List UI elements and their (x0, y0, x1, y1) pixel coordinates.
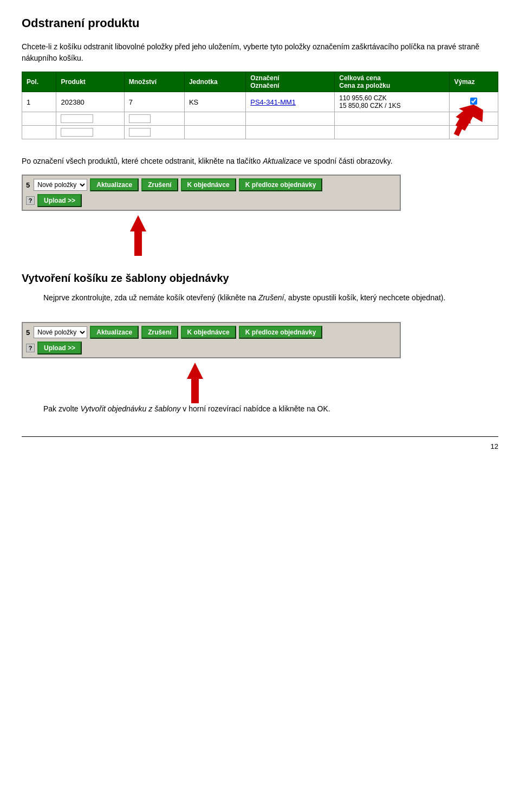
page-title: Odstranení produktu (22, 16, 498, 30)
section-paragraph-1: Nejprve zkontrolujte, zda už nemáte koší… (43, 292, 498, 304)
arrow2-icon (116, 215, 160, 256)
toolbar-row-2: ? Upload >> (26, 194, 396, 207)
col-jednotka: Jednotka (184, 72, 245, 92)
toolbar-number: 5 (26, 181, 30, 189)
aktualizace2-button[interactable]: Aktualizace (90, 326, 139, 339)
arrow-icon (439, 101, 487, 139)
k-objednavce2-button[interactable]: K objednávce (181, 326, 236, 339)
middle-paragraph: Po označení všech produktů, které chcete… (22, 156, 498, 167)
col-produkt: Produkt (56, 72, 124, 92)
page-number: 12 (491, 442, 498, 450)
intro-paragraph: Chcete-li z košíku odstranit libovolné p… (22, 41, 498, 64)
toolbar2-select[interactable]: Nové položky (34, 326, 87, 338)
section-title: Vytvoření košíku ze šablony objednávky (22, 272, 498, 285)
toolbar-1: 5 Nové položky Aktualizace Zrušení K obj… (22, 175, 401, 211)
cell-pol: 1 (22, 92, 56, 112)
arrow3-icon (173, 363, 217, 403)
cell-cena: 110 955,60 CZK15 850,80 CZK / 1KS (335, 92, 450, 112)
upload2-button[interactable]: Upload >> (37, 341, 82, 355)
toolbar2-row-2: ? Upload >> (26, 341, 396, 355)
cell-oznaceni[interactable]: PS4-341-MM1 (246, 92, 335, 112)
k-predloze2-button[interactable]: K předloze objednávky (239, 326, 323, 339)
zruseni-button[interactable]: Zrušení (141, 178, 178, 191)
k-objednavce-button[interactable]: K objednávce (181, 178, 236, 191)
toolbar-2: 5 Nové položky Aktualizace Zrušení K obj… (22, 322, 401, 358)
cell-mnozstvi: 7 (124, 92, 184, 112)
col-vymaz: Výmaz (450, 72, 498, 92)
toolbar-row-1: 5 Nové položky Aktualizace Zrušení K obj… (26, 178, 396, 191)
col-oznaceni: OznačeníOznačení (246, 72, 335, 92)
aktualizace-button[interactable]: Aktualizace (90, 178, 139, 191)
toolbar2-number: 5 (26, 328, 30, 337)
last-paragraph: Pak zvolte Vytvořit objednávku z šablony… (43, 403, 498, 415)
page-footer: 12 (22, 436, 498, 450)
toolbar2-row-1: 5 Nové položky Aktualizace Zrušení K obj… (26, 326, 396, 339)
cell-produkt: 202380 (56, 92, 124, 112)
zruseni2-button[interactable]: Zrušení (141, 326, 178, 339)
upload-button[interactable]: Upload >> (37, 194, 82, 207)
toolbar-select[interactable]: Nové položky (34, 179, 87, 191)
k-predloze-button[interactable]: K předloze objednávky (239, 178, 323, 191)
cell-jednotka: KS (184, 92, 245, 112)
help2-icon[interactable]: ? (26, 344, 35, 352)
col-mnozstvi: Množství (124, 72, 184, 92)
svg-marker-2 (130, 215, 146, 256)
svg-marker-3 (187, 363, 203, 403)
help-icon[interactable]: ? (26, 196, 35, 205)
col-cena: Celková cenaCena za položku (335, 72, 450, 92)
col-pol: Pol. (22, 72, 56, 92)
table-row: 1 202380 7 KS PS4-341-MM1 110 955,60 CZK… (22, 92, 498, 112)
